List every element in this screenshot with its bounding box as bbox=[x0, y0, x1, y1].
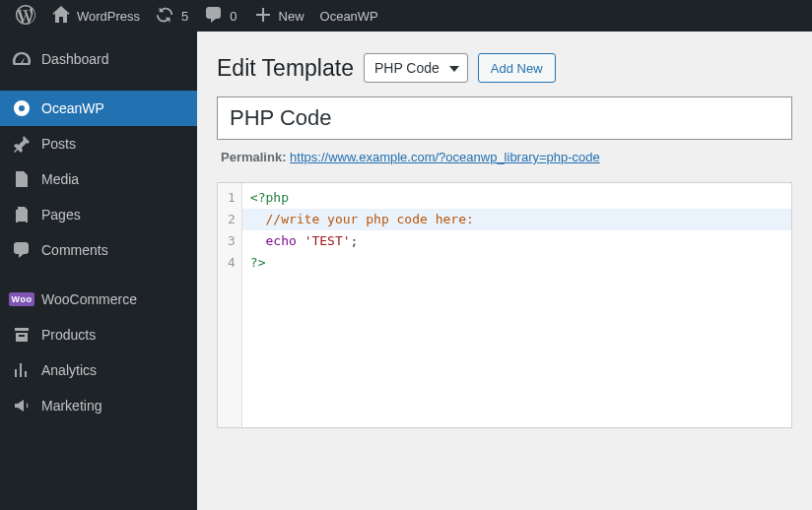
woo-icon: Woo bbox=[12, 289, 32, 309]
dashboard-icon bbox=[12, 49, 32, 69]
add-new-button[interactable]: Add New bbox=[478, 53, 556, 83]
code-line[interactable]: echo 'TEST'; bbox=[242, 230, 791, 252]
admin-sidebar: DashboardOceanWPPostsMediaPagesCommentsW… bbox=[0, 32, 197, 510]
page-heading: Edit Template bbox=[217, 55, 354, 82]
permalink-row: Permalink: https://www.example.com/?ocea… bbox=[221, 150, 792, 164]
code-editor[interactable]: 1234 <?php //write your php code here: e… bbox=[217, 182, 792, 428]
template-type-select[interactable]: PHP Code bbox=[364, 53, 468, 83]
pin-icon bbox=[12, 134, 32, 154]
main-content: Edit Template PHP Code Add New Permalink… bbox=[197, 32, 812, 510]
site-name-label: WordPress bbox=[77, 9, 140, 24]
line-number: 4 bbox=[228, 252, 236, 274]
sidebar-item-label: OceanWP bbox=[41, 100, 104, 116]
sidebar-item-label: Products bbox=[41, 327, 96, 343]
sidebar-item-label: Media bbox=[41, 171, 79, 187]
sidebar-item-label: Analytics bbox=[41, 362, 97, 378]
sidebar-item-label: Pages bbox=[41, 207, 81, 223]
add-new-label: Add New bbox=[491, 61, 543, 76]
sidebar-item-media[interactable]: Media bbox=[0, 161, 197, 197]
comments-icon bbox=[12, 240, 32, 260]
sidebar-item-pages[interactable]: Pages bbox=[0, 197, 197, 232]
update-icon bbox=[156, 5, 175, 28]
new-label: New bbox=[279, 9, 304, 24]
sidebar-item-posts[interactable]: Posts bbox=[0, 126, 197, 161]
theme-label: OceanWP bbox=[320, 9, 378, 24]
sidebar-item-oceanwp[interactable]: OceanWP bbox=[0, 91, 197, 126]
theme-menu[interactable]: OceanWP bbox=[312, 0, 386, 32]
line-number: 1 bbox=[228, 187, 236, 209]
admin-bar: WordPress 5 0 New OceanWP bbox=[0, 0, 812, 32]
wordpress-icon bbox=[16, 5, 35, 28]
sidebar-item-label: Posts bbox=[41, 136, 76, 152]
title-input[interactable] bbox=[217, 96, 792, 140]
plus-icon bbox=[253, 5, 273, 28]
analytics-icon bbox=[12, 360, 32, 380]
code-line[interactable]: <?php bbox=[242, 187, 791, 209]
line-number: 3 bbox=[228, 230, 236, 252]
permalink-link[interactable]: https://www.example.com/?oceanwp_library… bbox=[290, 150, 600, 164]
sidebar-item-label: Comments bbox=[41, 242, 108, 258]
line-number: 2 bbox=[228, 209, 236, 230]
comments-menu[interactable]: 0 bbox=[196, 0, 244, 32]
permalink-label: Permalink: bbox=[221, 150, 286, 164]
code-line[interactable]: ?> bbox=[242, 252, 791, 274]
marketing-icon bbox=[12, 396, 32, 415]
sidebar-item-products[interactable]: Products bbox=[0, 317, 197, 352]
pages-icon bbox=[12, 205, 32, 224]
heading-row: Edit Template PHP Code Add New bbox=[217, 53, 792, 83]
wp-logo-menu[interactable] bbox=[8, 0, 43, 32]
sidebar-item-analytics[interactable]: Analytics bbox=[0, 352, 197, 388]
code-lines[interactable]: <?php //write your php code here: echo '… bbox=[242, 183, 791, 427]
sidebar-item-label: WooCommerce bbox=[41, 291, 137, 307]
oceanwp-icon bbox=[12, 98, 32, 118]
media-icon bbox=[12, 169, 32, 189]
comment-icon bbox=[204, 5, 224, 28]
products-icon bbox=[12, 325, 32, 345]
sidebar-item-woocommerce[interactable]: WooWooCommerce bbox=[0, 282, 197, 317]
new-content-menu[interactable]: New bbox=[245, 0, 312, 32]
sidebar-item-label: Dashboard bbox=[41, 51, 109, 67]
code-line[interactable]: //write your php code here: bbox=[242, 209, 791, 230]
sidebar-item-comments[interactable]: Comments bbox=[0, 232, 197, 268]
sidebar-item-label: Marketing bbox=[41, 398, 102, 414]
sidebar-item-dashboard[interactable]: Dashboard bbox=[0, 41, 197, 77]
updates-menu[interactable]: 5 bbox=[148, 0, 196, 32]
updates-count: 5 bbox=[181, 9, 188, 24]
home-icon bbox=[51, 5, 71, 28]
sidebar-item-marketing[interactable]: Marketing bbox=[0, 388, 197, 423]
template-type-value: PHP Code bbox=[374, 60, 440, 76]
svg-point-1 bbox=[19, 105, 25, 111]
site-name-menu[interactable]: WordPress bbox=[43, 0, 148, 32]
line-gutter: 1234 bbox=[218, 183, 242, 427]
comments-count: 0 bbox=[230, 9, 237, 24]
